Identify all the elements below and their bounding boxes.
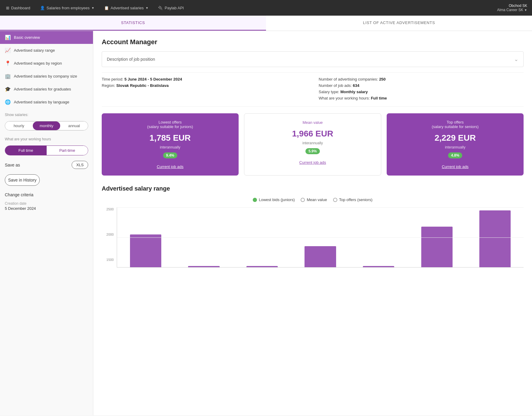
legend-circle-top xyxy=(333,198,337,202)
top-card-amount: 2,229 EUR xyxy=(391,133,519,143)
save-as-row: Save as XLS xyxy=(0,158,93,172)
nav-paylab-api[interactable]: 🔌 Paylab API xyxy=(157,4,185,12)
nav-advertised-salaries[interactable]: 📋 Advertised salaries ▼ xyxy=(103,4,150,12)
sidebar-item-advertised-salaries-language[interactable]: 🌐 Advertised salaries by language xyxy=(0,96,93,109)
mean-card-badge: 5.9% xyxy=(305,148,320,154)
creation-date-label: Creation date xyxy=(0,198,93,206)
chart-legend: Lowest bids (juniors) Mean value Top off… xyxy=(102,197,524,202)
sidebar-item-advertised-salaries-company[interactable]: 🏢 Advertised salaries by company size xyxy=(0,70,93,83)
working-hours-info-row: What are your working hours: Full time xyxy=(319,96,524,100)
main-layout: 📊 Basic overview 📈 Advertised salary ran… xyxy=(0,31,532,415)
tab-statistics[interactable]: STATISTICS xyxy=(0,16,266,31)
working-hours-label: What are your working hours xyxy=(0,133,93,143)
chart-y-axis: 2500 2000 1500 xyxy=(102,207,116,262)
dropdown-icon-employees: ▼ xyxy=(91,6,94,10)
salary-cards: Lowest offers (salary suitable for junio… xyxy=(102,113,524,176)
salary-card-lowest: Lowest offers (salary suitable for junio… xyxy=(102,113,239,176)
mean-card-amount: 1,966 EUR xyxy=(249,129,376,139)
bar-1 xyxy=(130,234,161,267)
wages-region-icon: 📍 xyxy=(5,60,11,66)
dropdown-icon-advertised: ▼ xyxy=(145,6,148,10)
top-card-badge: 4.8% xyxy=(448,152,462,158)
salaries-company-icon: 🏢 xyxy=(5,73,11,79)
description-box[interactable]: Description of job position ⌄ xyxy=(102,51,524,67)
salary-card-mean: Mean value 1,966 EUR interannually 5.9% … xyxy=(244,113,382,176)
paylab-api-icon: 🔌 xyxy=(158,6,163,10)
user-org-dropdown[interactable]: Alma Career SK ▼ xyxy=(497,8,527,12)
tab-bar: STATISTICS LIST OF ACTIVE ADVERTISEMENTS xyxy=(0,16,532,31)
y-label-2500: 2500 xyxy=(107,207,114,211)
lowest-card-amount: 1,785 EUR xyxy=(107,133,234,143)
change-criteria-label: Change criteria xyxy=(0,188,93,198)
mean-card-period: interannually xyxy=(249,141,376,145)
info-col-left: Time period: 5 June 2024 - 5 December 20… xyxy=(102,77,307,102)
bar-7 xyxy=(479,210,511,267)
xls-button[interactable]: XLS xyxy=(72,161,88,169)
sidebar: 📊 Basic overview 📈 Advertised salary ran… xyxy=(0,31,93,415)
lowest-card-period: interannually xyxy=(107,145,234,149)
bar-4 xyxy=(305,246,336,267)
toggle-hourly[interactable]: hourly xyxy=(5,121,33,130)
sidebar-item-advertised-salary-range[interactable]: 📈 Advertised salary range xyxy=(0,44,93,57)
page-title: Account Manager xyxy=(102,38,524,46)
toggle-part-time[interactable]: Part-time xyxy=(47,146,88,155)
chart-bars-container xyxy=(117,207,524,268)
info-col-right: Number of advertising companies: 250 Num… xyxy=(319,77,524,102)
y-label-1500: 1500 xyxy=(107,258,114,262)
top-navigation: ⊞ Dashboard 👤 Salaries from employees ▼ … xyxy=(0,0,532,16)
show-salaries-label: Show salaries: xyxy=(0,109,93,119)
tab-active-ads[interactable]: LIST OF ACTIVE ADVERTISEMENTS xyxy=(266,16,532,31)
advertising-companies-row: Number of advertising companies: 250 xyxy=(319,77,524,81)
creation-date-value: 5 December 2024 xyxy=(0,206,93,211)
top-card-title: Top offers (salary suitable for seniors) xyxy=(391,120,519,129)
chart-area: 2500 2000 1500 xyxy=(102,207,524,268)
nav-salaries-employees[interactable]: 👤 Salaries from employees ▼ xyxy=(39,4,96,12)
hours-toggle: Full time Part-time xyxy=(5,145,88,155)
legend-lowest-bids[interactable]: Lowest bids (juniors) xyxy=(253,197,295,202)
time-period-row: Time period: 5 June 2024 - 5 December 20… xyxy=(102,77,307,81)
bar-3 xyxy=(246,266,278,267)
lowest-card-title: Lowest offers (salary suitable for junio… xyxy=(107,120,234,129)
salary-card-top: Top offers (salary suitable for seniors)… xyxy=(387,113,524,176)
main-content: Account Manager Description of job posit… xyxy=(93,31,532,415)
legend-circle-mean xyxy=(301,198,305,202)
salary-type-row: Salary type: Monthly salary xyxy=(319,90,524,94)
salaries-graduates-icon: 🎓 xyxy=(5,86,11,92)
salaries-employees-icon: 👤 xyxy=(40,6,45,10)
toggle-monthly[interactable]: monthly xyxy=(33,121,60,130)
advertised-salaries-icon: 📋 xyxy=(104,6,109,10)
bar-5 xyxy=(363,266,394,267)
description-label: Description of job position xyxy=(107,57,155,62)
info-grid: Time period: 5 June 2024 - 5 December 20… xyxy=(102,72,524,107)
advertised-salary-range-icon: 📈 xyxy=(5,47,11,53)
save-history-button[interactable]: Save in History xyxy=(5,174,40,186)
y-label-2000: 2000 xyxy=(107,233,114,236)
sidebar-item-basic-overview[interactable]: 📊 Basic overview xyxy=(0,31,93,44)
bar-2 xyxy=(188,266,219,267)
dashboard-icon: ⊞ xyxy=(6,6,9,10)
top-card-period: interannually xyxy=(391,145,519,149)
chevron-down-icon: ⌄ xyxy=(514,56,518,63)
nav-dashboard[interactable]: ⊞ Dashboard xyxy=(5,4,32,12)
toggle-annual[interactable]: annual xyxy=(60,121,88,130)
bar-6 xyxy=(421,227,453,267)
legend-mean-value[interactable]: Mean value xyxy=(301,197,327,202)
sidebar-item-advertised-salaries-graduates[interactable]: 🎓 Advertised salaries for graduates xyxy=(0,83,93,96)
salary-toggle: hourly monthly annual xyxy=(5,121,88,130)
legend-circle-lowest xyxy=(253,198,257,202)
job-ads-row: Number of job ads: 634 xyxy=(319,83,524,88)
save-as-label: Save as xyxy=(5,163,20,167)
lowest-card-link[interactable]: Current job ads xyxy=(107,164,234,169)
salaries-language-icon: 🌐 xyxy=(5,99,11,105)
toggle-full-time[interactable]: Full time xyxy=(5,146,47,155)
grid-line-middle xyxy=(117,237,524,238)
lowest-card-badge: 9.4% xyxy=(163,152,177,158)
basic-overview-icon: 📊 xyxy=(5,35,11,40)
sidebar-item-advertised-wages-region[interactable]: 📍 Advertised wages by region xyxy=(0,57,93,70)
user-dropdown-icon: ▼ xyxy=(524,8,527,12)
top-card-link[interactable]: Current job ads xyxy=(391,164,519,169)
legend-top-offers[interactable]: Top offers (seniors) xyxy=(333,197,373,202)
chart-section-title: Advertised salary range xyxy=(102,185,524,192)
mean-card-link[interactable]: Current job ads xyxy=(249,160,376,165)
mean-card-title: Mean value xyxy=(249,120,376,125)
